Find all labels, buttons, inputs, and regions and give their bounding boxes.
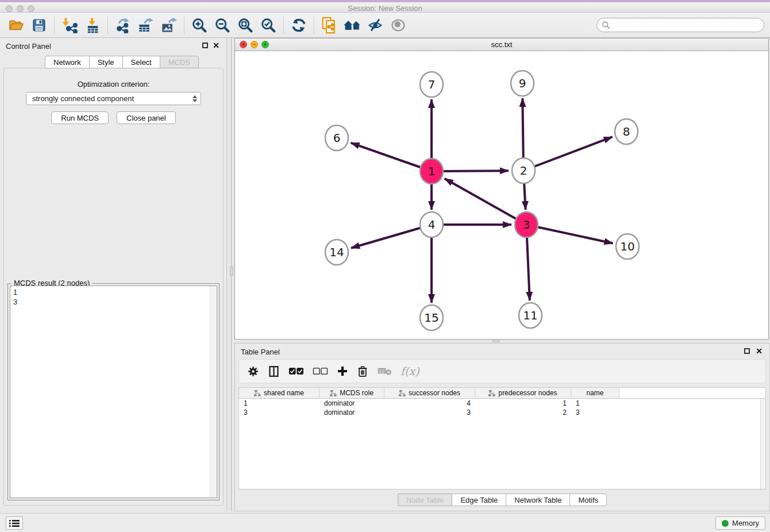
cell-name[interactable]: 1 <box>571 399 619 408</box>
table-row[interactable]: 3 dominator 3 2 3 <box>239 408 765 417</box>
refresh-button[interactable] <box>287 15 310 36</box>
tab-mcds[interactable]: MCDS <box>160 56 199 68</box>
control-panel-tabs: Network Style Select MCDS <box>45 56 199 68</box>
tab-node-table[interactable]: Node Table <box>398 494 452 506</box>
graph-edge-4-14[interactable] <box>351 225 432 248</box>
deselect-all-button[interactable] <box>313 367 328 375</box>
select-all-button[interactable] <box>288 367 304 375</box>
cell-mcds-role[interactable]: dominator <box>319 408 384 417</box>
search-input[interactable] <box>610 20 764 31</box>
cell-name[interactable]: 3 <box>571 408 619 417</box>
task-history-button[interactable] <box>6 516 23 530</box>
mcds-result-box[interactable]: 1 3 <box>10 286 217 498</box>
table-row[interactable]: 1 dominator 4 1 1 <box>239 399 765 408</box>
cell-shared-name[interactable]: 3 <box>239 408 319 417</box>
graph-edge-3-1[interactable] <box>445 179 526 225</box>
delete-table-button[interactable] <box>377 367 392 376</box>
result-scrollbar[interactable] <box>210 286 217 498</box>
graph-node-6[interactable]: 6 <box>325 125 348 151</box>
add-column-button[interactable] <box>337 365 348 377</box>
home-layout-button[interactable] <box>341 15 364 36</box>
graph-node-9[interactable]: 9 <box>511 71 534 96</box>
column-header-predecessor-nodes[interactable]: predecessor nodes <box>475 388 571 398</box>
vertical-splitter[interactable] <box>230 38 233 511</box>
graph-edge-2-8[interactable] <box>523 137 613 171</box>
run-mcds-button[interactable]: Run MCDS <box>51 111 109 124</box>
tab-style[interactable]: Style <box>89 56 122 68</box>
tab-motifs[interactable]: Motifs <box>569 494 607 506</box>
refresh-icon <box>291 17 307 33</box>
tab-network[interactable]: Network <box>45 56 89 68</box>
splitter-grip[interactable] <box>492 340 500 342</box>
function-builder-button[interactable]: f(x) <box>401 365 419 377</box>
tab-edge-table[interactable]: Edge Table <box>452 494 506 506</box>
close-panel-button[interactable]: Close panel <box>117 111 176 124</box>
graph-edge-3-10[interactable] <box>526 225 613 244</box>
graph-edge-1-6[interactable] <box>351 143 432 171</box>
tab-select[interactable]: Select <box>122 56 160 68</box>
save-session-button[interactable] <box>28 15 51 36</box>
graph-node-7[interactable]: 7 <box>420 72 443 97</box>
graph-node-10[interactable]: 10 <box>616 234 639 259</box>
svg-text:6: 6 <box>333 131 341 145</box>
graph-node-8[interactable]: 8 <box>615 119 638 144</box>
cell-mcds-role[interactable]: dominator <box>319 399 384 408</box>
zoom-fit-button[interactable] <box>234 15 257 36</box>
gear-button[interactable] <box>247 365 259 377</box>
cell-successor-nodes[interactable]: 3 <box>384 408 475 417</box>
graph-node-14[interactable]: 14 <box>325 240 348 265</box>
cell-successor-nodes[interactable]: 4 <box>384 399 475 408</box>
control-panel-title: Control Panel <box>6 42 51 51</box>
float-panel-icon[interactable] <box>202 43 208 48</box>
optimization-criterion-select[interactable]: strongly connected component <box>26 92 201 105</box>
control-panel-header: Control Panel ✕ <box>0 38 226 54</box>
graph-node-4[interactable]: 4 <box>420 212 443 237</box>
search-box[interactable] <box>596 18 764 32</box>
show-neighbors-icon <box>390 17 406 33</box>
column-header-mcds-role[interactable]: MCDS role <box>319 388 384 398</box>
node-table: shared name MCDS role successor nodes pr… <box>238 387 766 489</box>
import-network-button[interactable] <box>58 15 81 36</box>
cell-predecessor-nodes[interactable]: 2 <box>475 408 571 417</box>
zoom-in-button[interactable] <box>188 15 211 36</box>
clone-network-button[interactable] <box>318 15 341 36</box>
svg-text:3: 3 <box>523 218 530 232</box>
delete-column-button[interactable] <box>357 365 368 377</box>
open-file-button[interactable] <box>5 15 28 36</box>
export-network-button[interactable] <box>111 15 134 36</box>
show-neighbors-button[interactable] <box>387 15 410 36</box>
tab-network-table[interactable]: Network Table <box>506 494 569 506</box>
tree-icon <box>254 390 261 396</box>
zoom-out-button[interactable] <box>211 15 234 36</box>
column-layout-button[interactable] <box>268 365 280 377</box>
graph-node-3[interactable]: 3 <box>515 212 538 237</box>
graph-node-15[interactable]: 15 <box>420 305 443 330</box>
zoom-selected-button[interactable] <box>257 15 280 36</box>
save-session-icon <box>32 18 47 33</box>
close-panel-icon[interactable]: ✕ <box>756 346 763 356</box>
table-tabs: Node Table Edge Table Network Table Moti… <box>235 494 769 506</box>
memory-status-icon <box>722 520 729 527</box>
import-table-button[interactable] <box>81 15 104 36</box>
column-header-successor-nodes[interactable]: successor nodes <box>384 388 475 398</box>
cell-shared-name[interactable]: 1 <box>239 399 319 408</box>
column-header-name[interactable]: name <box>571 388 619 398</box>
graph-node-11[interactable]: 11 <box>519 303 542 328</box>
cell-predecessor-nodes[interactable]: 1 <box>475 399 571 408</box>
splitter-grip[interactable] <box>230 267 233 276</box>
float-panel-icon[interactable] <box>744 348 750 354</box>
graph-node-2[interactable]: 2 <box>512 158 535 183</box>
memory-button[interactable]: Memory <box>715 516 765 530</box>
export-table-button[interactable] <box>134 15 157 36</box>
network-canvas[interactable]: 7968124314101511 <box>235 51 768 339</box>
close-panel-icon[interactable]: ✕ <box>213 41 220 50</box>
table-toolbar: f(x) <box>238 359 766 383</box>
network-window-titlebar[interactable]: × − + scc.txt <box>235 38 768 51</box>
hide-neighbors-button[interactable] <box>364 15 387 36</box>
toolbar-separator <box>283 17 284 34</box>
export-image-button[interactable] <box>157 15 180 36</box>
column-header-shared-name[interactable]: shared name <box>239 388 319 398</box>
table-scrollbar[interactable] <box>760 399 765 489</box>
graph-node-1[interactable]: 1 <box>420 159 443 184</box>
clone-network-icon <box>321 17 338 34</box>
